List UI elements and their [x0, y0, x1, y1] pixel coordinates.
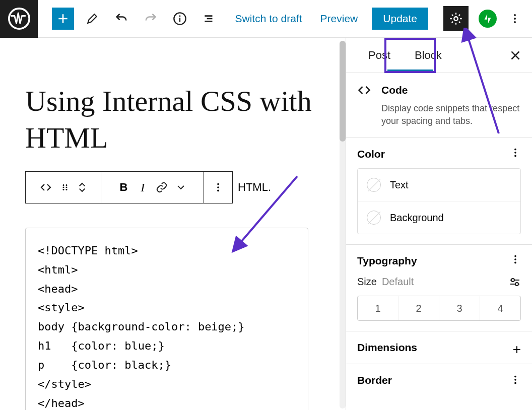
- toolbar-tools: [81, 8, 220, 30]
- svg-point-2: [179, 15, 180, 17]
- no-color-swatch: [367, 178, 381, 192]
- svg-point-11: [66, 187, 68, 188]
- sliders-icon: [509, 276, 521, 288]
- tab-block[interactable]: Block: [403, 38, 454, 73]
- toolbar-more[interactable]: [204, 172, 232, 203]
- svg-point-23: [511, 279, 514, 282]
- color-options[interactable]: [510, 147, 521, 158]
- settings-sidebar: Post Block Code Display code snippets th…: [346, 38, 532, 410]
- wordpress-logo[interactable]: [0, 0, 38, 38]
- more-vertical-icon: [510, 254, 521, 265]
- svg-point-7: [514, 21, 516, 23]
- info-icon: [173, 12, 187, 26]
- dimensions-panel[interactable]: Dimensions +: [346, 331, 532, 364]
- close-icon: [509, 49, 522, 62]
- link-button[interactable]: [156, 181, 168, 193]
- code-icon: [357, 83, 372, 97]
- svg-point-15: [217, 186, 219, 188]
- size-4[interactable]: 4: [480, 296, 520, 320]
- size-1[interactable]: 1: [358, 296, 398, 320]
- switch-to-draft-link[interactable]: Switch to draft: [226, 13, 311, 25]
- tools-button[interactable]: [81, 8, 103, 30]
- more-vertical-icon: [509, 13, 521, 25]
- svg-point-4: [454, 17, 457, 20]
- more-formatting[interactable]: [175, 181, 187, 193]
- update-button[interactable]: Update: [372, 8, 428, 30]
- active-tab-underline: [387, 70, 433, 73]
- scrollbar-thumb[interactable]: [340, 41, 346, 142]
- code-content[interactable]: <!DOCTYPE html> <html> <head> <style> bo…: [38, 241, 296, 410]
- editor-topbar: Switch to draft Preview Update: [0, 0, 532, 38]
- svg-point-10: [63, 187, 64, 188]
- background-color-label: Background: [390, 212, 444, 224]
- svg-point-17: [514, 149, 516, 151]
- plus-icon: [56, 12, 70, 25]
- toolbar-block-type[interactable]: [26, 172, 101, 203]
- close-sidebar-button[interactable]: [509, 49, 522, 62]
- editor-canvas: Using Internal CSS with HTML B I: [0, 38, 340, 410]
- text-color-label: Text: [390, 179, 409, 191]
- pencil-icon: [86, 12, 99, 25]
- custom-size-button[interactable]: [509, 276, 521, 288]
- tab-post[interactable]: Post: [356, 38, 403, 73]
- text-color-row[interactable]: Text: [358, 169, 520, 201]
- svg-point-27: [514, 382, 516, 384]
- gear-icon: [449, 12, 463, 26]
- italic-button[interactable]: I: [137, 181, 149, 193]
- size-presets: 1 2 3 4: [357, 296, 521, 321]
- editor-main: Using Internal CSS with HTML B I: [0, 38, 532, 410]
- options-button[interactable]: [504, 8, 526, 30]
- more-vertical-icon: [510, 374, 521, 385]
- code-block[interactable]: <!DOCTYPE html> <html> <head> <style> bo…: [25, 228, 308, 410]
- post-title[interactable]: Using Internal CSS with HTML: [25, 83, 314, 156]
- svg-point-20: [514, 255, 516, 257]
- color-panel: Color Text Background: [346, 138, 532, 245]
- block-type-desc: Display code snippets that respect your …: [381, 102, 521, 127]
- code-icon: [40, 181, 52, 193]
- drag-handle-icon[interactable]: [59, 181, 71, 193]
- typography-options[interactable]: [510, 254, 521, 265]
- color-title: Color: [357, 148, 521, 160]
- size-label: Size: [357, 276, 377, 288]
- size-3[interactable]: 3: [439, 296, 480, 320]
- jetpack-button[interactable]: [479, 10, 497, 28]
- add-dimension[interactable]: +: [513, 341, 521, 358]
- trailing-text: HTML.: [238, 181, 271, 194]
- settings-button[interactable]: [443, 6, 469, 31]
- block-info-panel: Code Display code snippets that respect …: [346, 73, 532, 138]
- svg-point-8: [63, 184, 64, 186]
- border-options[interactable]: [510, 374, 521, 385]
- svg-point-14: [217, 183, 219, 185]
- svg-point-16: [217, 190, 219, 192]
- outline-button[interactable]: [198, 8, 220, 30]
- block-toolbar: B I: [25, 171, 233, 203]
- wordpress-icon: [8, 8, 30, 30]
- redo-button[interactable]: [140, 8, 162, 30]
- bold-button[interactable]: B: [117, 181, 129, 193]
- preview-link[interactable]: Preview: [311, 13, 367, 25]
- size-2[interactable]: 2: [398, 296, 439, 320]
- details-button[interactable]: [169, 8, 191, 30]
- chevron-down-icon: [78, 188, 86, 193]
- border-title: Border: [357, 374, 521, 386]
- undo-button[interactable]: [110, 8, 132, 30]
- no-color-swatch: [367, 211, 381, 225]
- move-updown[interactable]: [78, 182, 86, 193]
- svg-point-13: [66, 189, 68, 190]
- add-block-button[interactable]: [52, 8, 74, 30]
- svg-point-26: [514, 379, 516, 381]
- more-vertical-icon: [213, 182, 224, 193]
- svg-point-12: [63, 189, 64, 190]
- size-default: Default: [382, 276, 414, 288]
- scrollbar[interactable]: [340, 41, 346, 408]
- svg-point-24: [515, 283, 518, 286]
- undo-icon: [114, 12, 128, 26]
- background-color-row[interactable]: Background: [358, 201, 520, 234]
- border-panel[interactable]: Border: [346, 364, 532, 396]
- svg-point-19: [514, 155, 516, 157]
- svg-point-21: [514, 259, 516, 261]
- sidebar-tabs: Post Block: [346, 38, 532, 73]
- block-type-name: Code: [381, 84, 408, 96]
- redo-icon: [144, 12, 158, 26]
- svg-point-22: [514, 262, 516, 264]
